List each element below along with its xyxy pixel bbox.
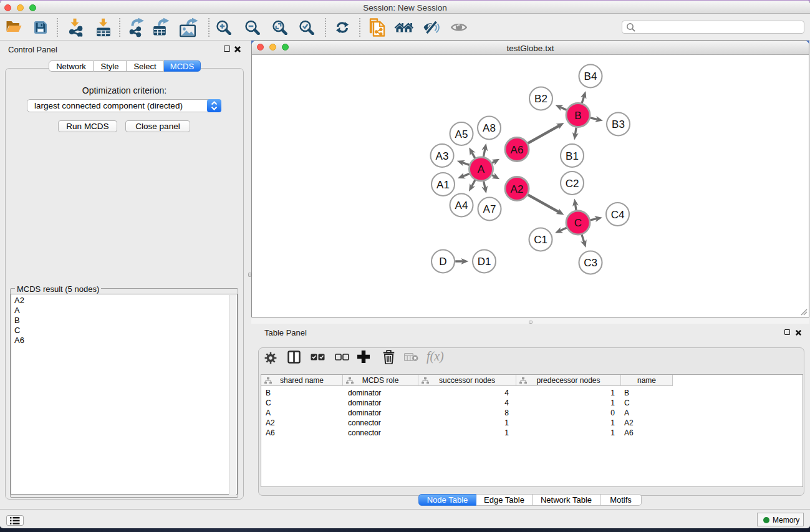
svg-text:D: D [439, 256, 446, 268]
svg-text:A: A [478, 163, 485, 175]
svg-text:B4: B4 [584, 70, 597, 82]
svg-text:C4: C4 [611, 209, 625, 221]
svg-text:D1: D1 [478, 256, 491, 268]
svg-text:A6: A6 [511, 144, 524, 156]
svg-text:C2: C2 [566, 178, 579, 190]
svg-text:B3: B3 [612, 118, 625, 130]
svg-text:B2: B2 [534, 93, 547, 105]
svg-text:B: B [574, 110, 581, 122]
svg-text:C: C [574, 217, 582, 229]
svg-text:C1: C1 [534, 234, 547, 246]
svg-text:A1: A1 [436, 179, 450, 191]
svg-text:A7: A7 [483, 203, 496, 215]
svg-text:A3: A3 [436, 150, 449, 162]
svg-text:A5: A5 [455, 128, 468, 140]
svg-text:B1: B1 [566, 150, 579, 162]
svg-text:A8: A8 [483, 122, 496, 134]
svg-text:A4: A4 [455, 200, 468, 211]
svg-text:A2: A2 [511, 183, 524, 195]
svg-text:C3: C3 [584, 257, 597, 269]
